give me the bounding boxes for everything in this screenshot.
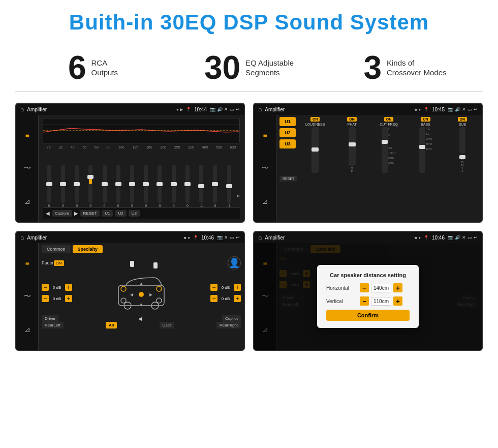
crossover-reset-area: RESET: [279, 175, 479, 182]
eq-speaker-icon[interactable]: ⊿: [24, 197, 30, 205]
fader-tune-icon[interactable]: ≡: [25, 259, 29, 267]
eq-reset-btn[interactable]: RESET: [80, 210, 100, 217]
crossover-tune-icon[interactable]: ≡: [263, 131, 267, 139]
crossover-sidebar: ≡ 〜 ⊿: [254, 115, 276, 222]
fader-on-badge[interactable]: ON: [54, 260, 64, 266]
crossover-speaker-icon[interactable]: ⊿: [262, 197, 268, 205]
stats-row: 6 RCA Outputs 30 EQ Adjustable Segments …: [15, 44, 483, 92]
eq-u2-btn[interactable]: U2: [115, 210, 126, 217]
dialog-horizontal-stepper: − 140cm +: [360, 283, 402, 292]
dialog-home-icon[interactable]: ⌂: [258, 234, 262, 241]
eq-slider-12[interactable]: -1: [195, 165, 208, 207]
eq-u1-btn[interactable]: U1: [102, 210, 113, 217]
btn-rearright[interactable]: RearRight: [216, 322, 241, 328]
fader-location-icon: 📍: [193, 235, 198, 240]
fader-home-icon[interactable]: ⌂: [20, 234, 24, 241]
btn-all[interactable]: All: [106, 322, 117, 328]
sub-on-badge[interactable]: ON: [458, 117, 468, 122]
eq-wave-icon[interactable]: 〜: [24, 164, 31, 173]
svg-point-11: [157, 298, 162, 303]
eq-slider-13[interactable]: 0: [209, 165, 222, 207]
db-minus-2[interactable]: −: [42, 295, 49, 302]
cutfreq-slider-f[interactable]: [382, 127, 388, 173]
fader-center-arrow-left[interactable]: ◀: [138, 315, 142, 322]
db-plus-3[interactable]: +: [234, 284, 241, 291]
fader-tab-specialty[interactable]: Specialty: [73, 245, 103, 253]
eq-slider-4[interactable]: 5: [84, 165, 97, 207]
dialog-location-icon: 📍: [424, 235, 429, 240]
db-minus-1[interactable]: −: [42, 284, 49, 291]
eq-slider-8[interactable]: 0: [140, 165, 152, 207]
db-minus-4[interactable]: −: [210, 295, 217, 302]
eq-u3-btn[interactable]: U3: [129, 210, 140, 217]
fader-bottom-row2: RearLeft All User RearRight: [42, 322, 241, 328]
eq-slider-1[interactable]: 0: [43, 165, 55, 207]
preset-u3[interactable]: U3: [279, 139, 296, 148]
dialog-title: Car speaker distance setting: [326, 272, 410, 278]
eq-slider-7[interactable]: 0: [126, 165, 138, 207]
home-icon[interactable]: ⌂: [20, 106, 24, 113]
dialog-screen-body: ≡ 〜 ⊿ Common Specialty ON: [254, 243, 482, 350]
db-value-3: 0 dB: [219, 285, 232, 290]
db-minus-3[interactable]: −: [210, 284, 217, 291]
eq-slider-11[interactable]: 0: [181, 165, 194, 207]
fader-tab-common[interactable]: Common: [42, 245, 71, 253]
fader-screen-title: Amplifier: [27, 235, 181, 241]
vertical-plus-btn[interactable]: +: [393, 296, 402, 306]
confirm-button[interactable]: Confirm: [326, 310, 410, 321]
db-plus-2[interactable]: +: [65, 295, 72, 302]
crossover-reset-btn[interactable]: RESET: [279, 176, 297, 182]
preset-u1[interactable]: U1: [279, 117, 296, 126]
horizontal-value: 140cm: [371, 284, 391, 292]
eq-slider-10[interactable]: 0: [167, 165, 180, 207]
preset-u2[interactable]: U2: [279, 128, 296, 137]
eq-slider-2[interactable]: 0: [56, 165, 69, 207]
btn-user[interactable]: User: [160, 322, 174, 328]
db-plus-1[interactable]: +: [65, 284, 72, 291]
crossover-home-icon[interactable]: ⌂: [258, 106, 262, 113]
phat-on-badge[interactable]: ON: [347, 117, 357, 122]
eq-prev-btn[interactable]: ◀: [46, 211, 50, 216]
fader-profile-icon[interactable]: 👤: [228, 256, 241, 270]
crossover-top: U1 U2 U3 ON LOUDNESS: [279, 117, 479, 173]
loudness-label: LOUDNESS: [305, 123, 325, 126]
eq-slider-3[interactable]: 0: [70, 165, 83, 207]
bass-on-badge[interactable]: ON: [421, 117, 430, 122]
dialog-status-icons: 📷 🔊 ✕ ▭ ↩: [448, 235, 478, 240]
crossover-wave-icon[interactable]: 〜: [262, 164, 269, 173]
loudness-on-badge[interactable]: ON: [310, 117, 320, 122]
bass-slider[interactable]: [419, 127, 425, 173]
horizontal-plus-btn[interactable]: +: [393, 283, 402, 292]
dialog-screen-title: Amplifier: [265, 235, 412, 241]
eq-slider-6[interactable]: 0: [112, 165, 124, 207]
eq-tune-icon[interactable]: ≡: [25, 131, 29, 139]
fader-time: 10:46: [201, 235, 214, 241]
eq-slider-9[interactable]: 0: [153, 165, 166, 207]
eq-next-btn[interactable]: ▶: [74, 211, 78, 216]
cutfreq-on-badge[interactable]: ON: [384, 117, 394, 122]
btn-driver[interactable]: Driver: [42, 315, 58, 322]
btn-rearleft[interactable]: RearLeft: [42, 322, 64, 328]
horizontal-minus-btn[interactable]: −: [360, 283, 369, 292]
eq-more-arrow[interactable]: »: [236, 192, 240, 207]
db-plus-4[interactable]: +: [234, 295, 241, 302]
eq-status-bar: ⌂ Amplifier ● ▶ 📍 10:44 📷 🔊 ✕ ▭ ↩: [16, 104, 244, 115]
fader-vol-icon[interactable]: ⊿: [24, 325, 30, 334]
phat-slider[interactable]: [349, 127, 356, 166]
fader-screen: ⌂ Amplifier ■ ● 📍 10:46 📷 ✕ ▭ ↩ ≡ 〜 ⊿: [15, 231, 245, 351]
sub-slider[interactable]: [459, 127, 465, 154]
fader-wave-icon[interactable]: 〜: [24, 292, 31, 301]
eq-location-icon: 📍: [186, 107, 191, 112]
eq-slider-14[interactable]: -1: [223, 165, 235, 207]
loudness-slider[interactable]: [312, 127, 319, 173]
eq-slider-5[interactable]: 0: [98, 165, 111, 207]
fader-dot-icons: ■ ●: [184, 235, 190, 240]
svg-point-12: [139, 292, 144, 297]
svg-point-10: [121, 298, 126, 303]
svg-text:▼: ▼: [139, 303, 143, 307]
btn-copilot[interactable]: Copilot: [222, 315, 241, 322]
vertical-minus-btn[interactable]: −: [360, 296, 369, 306]
eq-custom-btn[interactable]: Custom: [52, 210, 72, 217]
vertical-value: 110cm: [371, 297, 391, 306]
dialog-time: 10:46: [432, 235, 445, 241]
